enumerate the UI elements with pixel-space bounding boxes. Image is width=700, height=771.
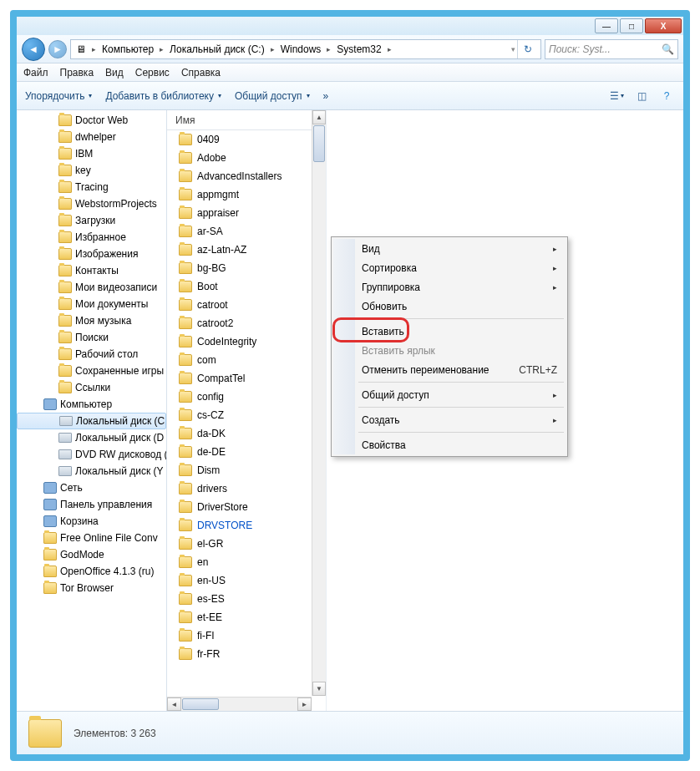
file-row[interactable]: az-Latn-AZ [167,241,326,259]
file-row[interactable]: ar-SA [167,222,326,241]
search-input[interactable]: Поиск: Syst... 🔍 [545,39,678,59]
file-row[interactable]: fr-FR [167,645,326,663]
file-row[interactable]: Adobe [167,149,326,167]
tree-item[interactable]: Компьютер [17,396,166,413]
file-row[interactable]: fi-FI [167,626,326,645]
file-row[interactable]: cs-CZ [167,406,326,424]
help-icon[interactable]: ? [658,89,675,104]
chevron-icon[interactable]: ▸ [157,45,166,53]
tree-item[interactable]: dwhelper [17,129,166,145]
view-mode-button[interactable]: ☰ [608,89,625,104]
scroll-thumb[interactable] [182,698,219,710]
forward-button[interactable]: ► [48,40,67,58]
file-row[interactable]: CodeIntegrity [167,332,326,351]
horizontal-scrollbar[interactable]: ◄ ► [167,697,312,711]
vertical-scrollbar[interactable]: ▲ ▼ [312,110,326,696]
menu-help[interactable]: Справка [181,67,221,79]
close-button[interactable]: X [645,18,682,33]
tree-item[interactable]: Ссылки [17,379,166,396]
tree-item[interactable]: Локальный диск (D [17,429,166,446]
file-row[interactable]: Dism [167,461,326,479]
file-row[interactable]: com [167,351,326,369]
breadcrumb-item[interactable]: Локальный диск (C:) [168,43,266,55]
menu-item-paste-shortcut[interactable]: Вставить ярлык [333,341,566,360]
scroll-down-button[interactable]: ▼ [312,682,326,696]
menu-item-new[interactable]: Создать▸ [333,410,566,429]
chevron-icon[interactable]: ▸ [268,45,277,53]
scroll-thumb[interactable] [313,125,325,162]
tree-item[interactable]: Локальный диск (C [17,413,166,429]
file-row[interactable]: el-GR [167,535,326,553]
tree-item[interactable]: Моя музыка [17,312,166,329]
file-row[interactable]: es-ES [167,590,326,608]
menu-tools[interactable]: Сервис [135,67,170,79]
tree-item[interactable]: Панель управления [17,496,166,513]
file-row[interactable]: drivers [167,479,326,498]
organize-button[interactable]: Упорядочить [25,90,92,102]
tree-item[interactable]: IBM [17,145,166,162]
file-row[interactable]: et-EE [167,608,326,626]
refresh-icon[interactable]: ↻ [517,40,537,58]
menu-item-undo-rename[interactable]: Отменить переименованиеCTRL+Z [333,360,566,379]
tree-item[interactable]: Избранное [17,229,166,246]
tree-item[interactable]: Free Online File Conv [17,530,166,546]
menu-edit[interactable]: Правка [60,67,94,79]
scroll-up-button[interactable]: ▲ [312,110,326,124]
tree-item[interactable]: DVD RW дисковод ( [17,446,166,463]
menu-item-properties[interactable]: Свойства [333,435,566,454]
minimize-button[interactable]: — [595,18,618,33]
tree-item[interactable]: Сеть [17,479,166,496]
tree-item[interactable]: Мои документы [17,296,166,312]
file-row[interactable]: en-US [167,571,326,590]
tree-item[interactable]: Локальный диск (Y [17,463,166,479]
file-row[interactable]: DriverStore [167,498,326,516]
menu-item-refresh[interactable]: Обновить [333,297,566,316]
scroll-left-button[interactable]: ◄ [167,697,181,711]
breadcrumb-item[interactable]: Компьютер [100,43,155,55]
menu-item-share[interactable]: Общий доступ▸ [333,385,566,404]
menu-item-view[interactable]: Вид▸ [333,239,566,258]
tree-item[interactable]: key [17,162,166,179]
tree-item[interactable]: Tracing [17,179,166,195]
add-to-library-button[interactable]: Добавить в библиотеку [105,90,221,102]
chevron-icon[interactable]: ▸ [385,45,394,53]
more-button[interactable]: » [323,90,329,102]
file-row[interactable]: appmgmt [167,185,326,204]
tree-item[interactable]: Загрузки [17,212,166,229]
file-row[interactable]: Boot [167,277,326,296]
menu-file[interactable]: Файл [23,67,48,79]
menu-item-sort[interactable]: Сортировка▸ [333,258,566,277]
file-row[interactable]: de-DE [167,443,326,461]
file-row[interactable]: 0409 [167,130,326,149]
file-list[interactable]: Имя ▴ 0409AdobeAdvancedInstallersappmgmt… [167,110,326,711]
search-icon[interactable]: 🔍 [662,43,674,55]
tree-item[interactable]: WebstormProjects [17,195,166,212]
maximize-button[interactable]: □ [620,18,643,33]
tree-item[interactable]: Tor Browser [17,580,166,596]
file-row[interactable]: en [167,553,326,571]
file-row[interactable]: config [167,388,326,406]
file-row[interactable]: bg-BG [167,259,326,277]
preview-pane-button[interactable]: ◫ [633,89,650,104]
file-row[interactable]: CompatTel [167,369,326,388]
file-row[interactable]: catroot2 [167,314,326,332]
chevron-icon[interactable]: ▸ [324,45,333,53]
tree-item[interactable]: Поиски [17,329,166,346]
navigation-tree[interactable]: Doctor WebdwhelperIBMkeyTracingWebstormP… [17,110,167,711]
tree-item[interactable]: Сохраненные игры [17,363,166,379]
tree-item[interactable]: Изображения [17,246,166,262]
file-row[interactable]: DRVSTORE [167,516,326,535]
tree-item[interactable]: Рабочий стол [17,346,166,363]
tree-item[interactable]: GodMode [17,546,166,563]
file-row[interactable]: AdvancedInstallers [167,167,326,185]
breadcrumb-item[interactable]: System32 [335,43,383,55]
tree-item[interactable]: Мои видеозаписи [17,279,166,296]
column-header-name[interactable]: Имя ▴ [167,110,326,130]
scroll-right-button[interactable]: ► [297,697,312,711]
tree-item[interactable]: Контакты [17,262,166,279]
file-row[interactable]: catroot [167,296,326,314]
back-button[interactable]: ◄ [22,38,45,61]
tree-item[interactable]: Корзина [17,513,166,530]
file-row[interactable]: appraiser [167,204,326,222]
file-row[interactable]: da-DK [167,424,326,443]
